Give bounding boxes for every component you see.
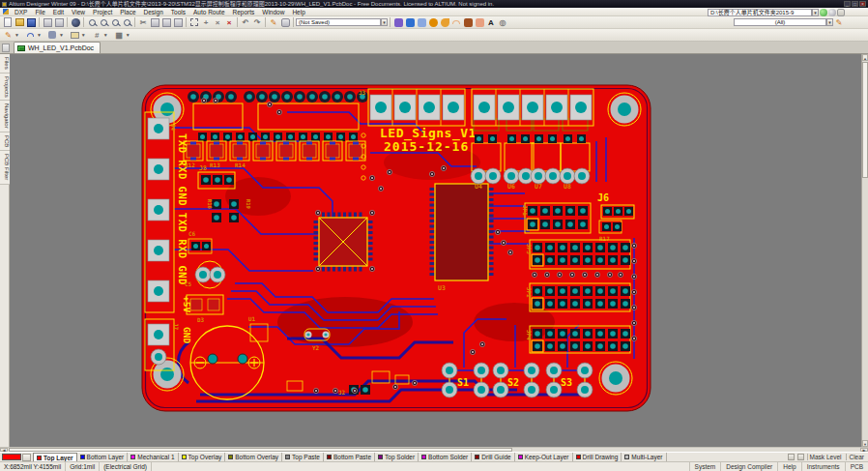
layer-tab-mechanical-1[interactable]: Mechanical 1	[128, 453, 178, 461]
filter-combo[interactable]: (All)	[734, 18, 826, 26]
scroll-up-icon[interactable]: ▲	[862, 54, 868, 61]
paste-icon[interactable]	[161, 17, 172, 28]
pcb-board-drawing[interactable]: R12 R13 R14 J4 J7	[10, 54, 861, 447]
layer-tab-bottom-paste[interactable]: Bottom Paste	[324, 453, 375, 461]
open-document-icon[interactable]	[14, 17, 25, 28]
layer-tab-bottom-overlay[interactable]: Bottom Overlay	[225, 453, 282, 461]
place-fill-icon[interactable]	[463, 17, 474, 28]
print-icon[interactable]	[43, 17, 53, 28]
zoom-window-icon[interactable]	[87, 17, 98, 28]
menu-view[interactable]: View	[68, 8, 89, 16]
path-combo-dropdown-icon[interactable]: ▾	[812, 9, 819, 16]
pcb-board[interactable]: R12 R13 R14 J4 J7	[142, 85, 651, 411]
layer-sets-button[interactable]	[22, 454, 31, 461]
menu-reports[interactable]: Reports	[229, 8, 259, 16]
mask-level-button[interactable]: Mask Level	[807, 454, 844, 460]
place-component-icon[interactable]	[475, 17, 485, 28]
layer-tab-top-paste[interactable]: Top Paste	[282, 453, 324, 461]
menu-edit[interactable]: Edit	[49, 8, 68, 16]
panel-button-system[interactable]: System	[689, 462, 721, 471]
filter-combo-dropdown-icon[interactable]: ▾	[826, 18, 833, 26]
layer-tab-keep-out-layer[interactable]: Keep-Out Layer	[515, 453, 573, 461]
save-icon[interactable]	[26, 17, 37, 28]
minimize-button-icon[interactable]: _	[844, 1, 851, 7]
place-via-icon[interactable]	[428, 17, 439, 28]
vertical-scroll-thumb[interactable]	[862, 62, 868, 178]
grid-toggle-icon[interactable]	[797, 454, 804, 460]
panel-tab-navigator[interactable]: Navigator	[0, 101, 10, 132]
forward-icon[interactable]	[837, 9, 845, 16]
panel-button-pcb[interactable]: PCB	[845, 462, 868, 471]
filter-edit-icon[interactable]: ✎	[834, 17, 845, 28]
wiring-icon[interactable]	[393, 17, 404, 28]
snap-indicator-icon[interactable]	[788, 454, 795, 460]
variant-combo[interactable]: (Not Saved)	[296, 18, 381, 26]
place-part-icon[interactable]	[405, 17, 416, 28]
layer-tab-top-solder[interactable]: Top Solder	[375, 453, 419, 461]
panels-icon[interactable]	[2, 44, 10, 52]
polygon-pour-icon[interactable]	[417, 17, 427, 28]
redo-icon[interactable]: ↷	[252, 17, 263, 28]
place-arc-icon[interactable]	[451, 17, 462, 28]
home-icon[interactable]	[820, 9, 827, 16]
qfp-u2[interactable]	[316, 215, 370, 269]
pad-tool[interactable]: ▼	[46, 29, 66, 42]
panel-tab-pcb[interactable]: PCB	[0, 132, 10, 151]
interactive-routing-icon[interactable]: ✎	[269, 17, 279, 28]
ic-u3[interactable]: U3	[432, 184, 491, 292]
close-button-icon[interactable]: ×	[859, 1, 866, 7]
grid-tool[interactable]: # ▼	[91, 29, 110, 42]
new-document-icon[interactable]	[3, 17, 14, 28]
maximize-button-icon[interactable]: □	[852, 1, 858, 7]
layer-tab-drill-drawing[interactable]: Drill Drawing	[573, 453, 622, 461]
copy-icon[interactable]	[150, 17, 160, 28]
paste-array-icon[interactable]	[173, 17, 184, 28]
clear-selection-icon[interactable]: ×	[213, 17, 223, 28]
variant-combo-dropdown-icon[interactable]: ▾	[381, 18, 388, 26]
layer-tab-top-overlay[interactable]: Top Overlay	[179, 453, 226, 461]
find-component-icon[interactable]	[280, 17, 291, 28]
panel-button-help[interactable]: Help	[777, 462, 800, 471]
menu-help[interactable]: Help	[288, 8, 308, 16]
interactive-routing-tool[interactable]: ✎ ▼	[2, 29, 21, 42]
panel-button-design-compiler[interactable]: Design Compiler	[720, 462, 777, 471]
menu-window[interactable]: Window	[258, 8, 288, 16]
layer-tab-top-layer[interactable]: Top Layer	[33, 453, 77, 461]
zoom-cancel-icon[interactable]	[122, 17, 132, 28]
layer-tab-bottom-layer[interactable]: Bottom Layer	[77, 453, 129, 461]
path-combo[interactable]: D:\长霞个人单片机文件夹2015-9	[708, 9, 812, 16]
clear-button[interactable]: Clear	[846, 454, 866, 460]
menu-design[interactable]: Design	[140, 8, 167, 16]
panel-tab-projects[interactable]: Projects	[0, 74, 10, 102]
scroll-down-icon[interactable]: ▼	[862, 440, 868, 447]
place-pad-icon[interactable]	[440, 17, 450, 28]
back-icon[interactable]	[828, 9, 836, 16]
menu-file[interactable]: File	[31, 8, 48, 16]
layer-tab-multi-layer[interactable]: Multi-Layer	[622, 453, 666, 461]
zoom-fit-document-icon[interactable]	[99, 17, 109, 28]
arc-tool[interactable]: ▼	[24, 29, 43, 42]
layer-tab-bottom-solder[interactable]: Bottom Solder	[419, 453, 472, 461]
pcb-editor-canvas[interactable]: R12 R13 R14 J4 J7	[10, 54, 861, 447]
place-dimension-icon[interactable]: ◎	[498, 17, 508, 28]
menu-auto-route[interactable]: Auto Route	[189, 8, 229, 16]
zoom-in-icon[interactable]	[110, 17, 121, 28]
panel-tab-pcb-filter[interactable]: PCB Filter	[0, 151, 10, 184]
menu-project[interactable]: Project	[89, 8, 116, 16]
select-area-icon[interactable]	[189, 17, 200, 28]
print-preview-icon[interactable]	[54, 17, 65, 28]
cut-icon[interactable]: ✂	[138, 17, 149, 28]
move-icon[interactable]: +	[201, 17, 212, 28]
snap-grid-tool[interactable]: ▦ ▼	[113, 29, 132, 42]
layer-tab-drill-guide[interactable]: Drill Guide	[472, 453, 514, 461]
menu-place[interactable]: Place	[116, 8, 139, 16]
panel-tab-files[interactable]: Files	[0, 54, 10, 74]
panel-button-instruments[interactable]: Instruments	[801, 462, 845, 471]
room-tool[interactable]: ▼	[69, 29, 88, 42]
document-tab[interactable]: WH_LED_V1.PcbDoc	[14, 42, 101, 53]
menu-dxp[interactable]: DXP	[11, 8, 31, 16]
place-string-icon[interactable]: A	[486, 17, 497, 28]
undo-icon[interactable]: ↶	[241, 17, 251, 28]
vertical-scrollbar[interactable]: ▲ ▼	[861, 54, 868, 447]
browse-web-icon[interactable]	[71, 17, 81, 28]
